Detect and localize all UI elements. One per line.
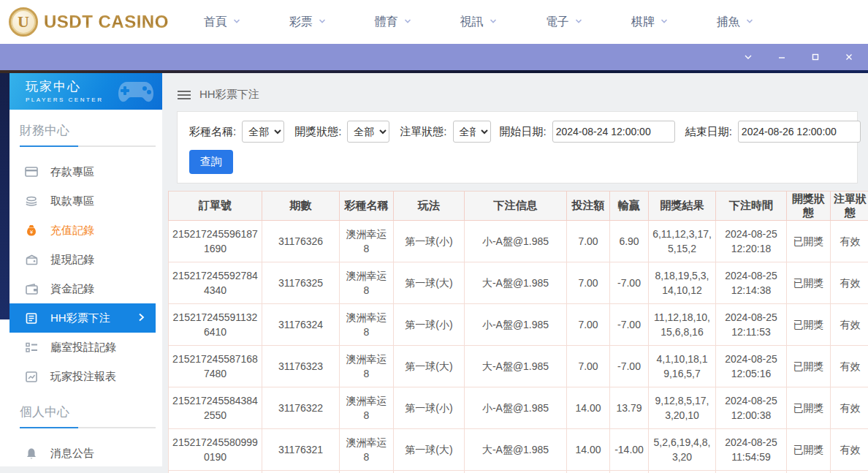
draw-status-select[interactable]: 全部 [347,121,389,143]
start-date-input[interactable] [552,121,675,143]
nav-item-2[interactable]: 體育 [375,15,412,30]
table-row-partial [169,471,868,473]
bets-table-container: 訂單號期數彩種名稱玩法下注信息投注額輸贏開獎結果下注時間開獎狀態注單狀態 215… [168,191,868,473]
table-cell: 小-A盤@1.985 [465,221,567,262]
table-cell [465,471,567,473]
nav-item-4[interactable]: 電子 [546,15,583,30]
sidebar-item-report[interactable]: 玩家投注報表 [9,362,156,391]
withdrawal-record-icon [25,253,38,266]
sidebar-item-lottery-bets[interactable]: HH彩票下注 [9,303,156,333]
search-button[interactable]: 查詢 [189,150,233,174]
column-header: 開獎結果 [649,192,716,221]
bet-status-select[interactable]: 全部 [453,121,491,143]
table-cell: 2024-08-25 12:00:38 [716,387,787,429]
sidebar-item-label: 提現記錄 [50,253,94,267]
sidebar-item-bell[interactable]: 消息公告 [9,439,156,468]
table-cell: 已開獎 [787,346,831,387]
sidebar-item-room-bets[interactable]: 廳室投註記錄 [9,333,156,362]
end-date-label: 結束日期: [685,125,732,139]
report-icon [25,370,38,383]
table-cell: 已開獎 [787,429,831,471]
table-cell [394,471,465,473]
column-header: 輸贏 [610,192,649,221]
sidebar-item-recharge[interactable]: ¥充值記錄 [9,216,156,245]
sidebar-item-withdraw[interactable]: 取款專區 [9,186,156,216]
nav-item-3[interactable]: 視訊 [460,15,498,30]
table-cell: 2152172455843842550 [169,387,262,429]
table-cell: 7.00 [567,262,610,304]
nav-item-label: 視訊 [460,15,484,30]
sidebar-item-withdrawal-record[interactable]: 提現記錄 [9,245,156,274]
table-row: 215217245587168748031176323澳洲幸运8第一球(大)大-… [169,346,868,387]
chevron-down-icon[interactable] [742,51,754,63]
lottery-name-select[interactable]: 全部 [242,121,284,143]
table-cell: 31176321 [262,429,340,471]
chevron-right-icon [137,312,145,325]
close-icon[interactable] [843,51,855,63]
table-header-row: 訂單號期數彩種名稱玩法下注信息投注額輸贏開獎結果下注時間開獎狀態注單狀態 [169,192,868,221]
nav-item-label: 首頁 [204,15,227,30]
table-cell: 5,2,6,19,4,8,3,20 [649,429,716,471]
sidebar-item-label: 玩家投注報表 [50,370,116,384]
table-cell: 有效 [831,221,868,262]
top-nav-bar: U USDT CASINO 首頁彩票體育視訊電子棋牌捕魚 [0,0,868,44]
nav-item-1[interactable]: 彩票 [289,15,327,30]
table-cell: 31176324 [262,304,340,346]
table-cell: 有效 [831,346,868,387]
table-cell: 已開獎 [787,262,831,304]
hamburger-menu-icon[interactable] [178,91,191,99]
table-cell: 8,18,19,5,3,14,10,12 [649,262,716,304]
sidebar-edge-decoration [0,73,9,319]
logo-text: USDT CASINO [44,12,169,32]
table-cell: 31176325 [262,262,340,304]
table-cell: 2152172455809990190 [169,429,262,471]
table-cell: 澳洲幸运8 [340,346,394,387]
table-cell: 14.00 [567,387,610,429]
table-cell: 2024-08-25 12:11:53 [716,304,787,346]
end-date-input[interactable] [738,121,861,143]
sidebar-item-label: 取款專區 [50,194,94,208]
main-menu: 首頁彩票體育視訊電子棋牌捕魚 [204,15,754,30]
column-header: 下注時間 [716,192,787,221]
chevron-down-icon [745,15,754,29]
table-cell: 有效 [831,387,868,429]
table-cell: 澳洲幸运8 [340,387,394,429]
withdraw-icon [25,194,38,208]
sidebar-item-label: 存款專區 [50,165,94,179]
table-cell: 2152172455911326410 [169,304,262,346]
nav-item-label: 電子 [546,15,569,30]
chevron-down-icon [403,15,412,29]
nav-item-0[interactable]: 首頁 [204,15,241,30]
page-title: HH彩票下注 [199,88,259,102]
table-cell: 2024-08-25 12:05:16 [716,346,787,387]
maximize-icon[interactable] [810,51,821,63]
column-header: 訂單號 [169,192,262,221]
table-cell: 2024-08-25 12:20:18 [716,221,787,262]
table-cell: -7.00 [610,304,649,346]
table-cell [340,471,394,473]
sidebar-item-label: 消息公告 [50,447,94,461]
minimize-icon[interactable] [776,51,788,63]
sidebar-section-title: 財務中心 [20,122,156,139]
table-cell: 2024-08-25 12:14:38 [716,262,787,304]
sidebar-section-title: 個人中心 [20,404,156,420]
table-cell: 11,12,18,10,15,6,8,16 [649,304,716,346]
table-cell: 已開獎 [787,221,831,262]
nav-item-5[interactable]: 棋牌 [631,15,669,30]
recharge-icon: ¥ [25,224,38,237]
table-row: 215217245591132641031176324澳洲幸运8第一球(小)小-… [169,304,868,346]
table-cell: 大-A盤@1.985 [465,429,567,471]
draw-status-label: 開獎狀態: [294,125,341,139]
table-cell: -14.00 [610,429,649,471]
sidebar-item-profile[interactable]: 個人資料 [9,468,156,473]
table-cell: 31176323 [262,346,340,387]
sidebar-header: 玩家中心 PLAYERS CENTER [9,73,162,110]
nav-item-label: 彩票 [289,15,313,30]
table-cell: 第一球(大) [394,346,465,387]
nav-item-6[interactable]: 捕魚 [717,15,754,30]
sidebar-item-deposit[interactable]: 存款專區 [9,157,156,186]
table-cell: 已開獎 [787,304,831,346]
table-cell: 第一球(小) [394,304,465,346]
section-underline [20,145,156,147]
sidebar-item-funds-record[interactable]: 資金記錄 [9,274,156,303]
